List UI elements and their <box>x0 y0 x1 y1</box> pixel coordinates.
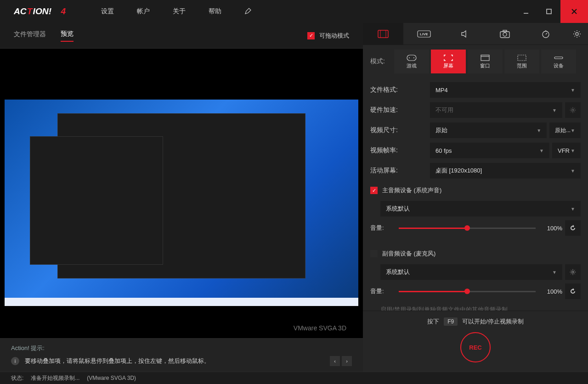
extra-audio-hint: 启用/禁用录制到单独音频文件中的其他音频录制 <box>370 303 581 311</box>
svg-rect-20 <box>407 55 416 61</box>
svg-rect-15 <box>503 30 507 32</box>
fps-mode-select[interactable]: VFR▼ <box>552 143 581 158</box>
active-screen-select[interactable]: 桌面 [1920x1080]▼ <box>430 163 581 178</box>
primary-volume-label: 音量: <box>370 224 393 232</box>
primary-audio-device-select[interactable]: 系统默认▼ <box>380 201 581 217</box>
svg-point-22 <box>413 57 414 58</box>
secondary-volume-slider[interactable] <box>399 291 536 292</box>
mode-device[interactable]: 设备 <box>541 50 576 73</box>
secondary-volume-value: 100% <box>541 288 562 295</box>
main-menu: 设置 帐户 关于 帮助 <box>101 7 252 16</box>
titlebar: ACTION!4 设置 帐户 关于 帮助 <box>0 0 588 23</box>
tip-text: 要移动叠加项，请将鼠标悬停到叠加项上，按住左键，然后移动鼠标。 <box>25 357 210 365</box>
fps-select[interactable]: 60 fps▼ <box>430 143 549 158</box>
hw-accel-settings-button[interactable] <box>565 102 581 118</box>
rec-hint-post: 可以开始/停止视频录制 <box>462 317 524 326</box>
mode-region[interactable]: 范围 <box>504 50 539 73</box>
tip-next-button[interactable]: › <box>342 356 352 366</box>
primary-volume-slider[interactable] <box>399 228 536 229</box>
mode-tab-live[interactable]: LIVE <box>403 23 444 45</box>
mode-tab-settings[interactable] <box>566 23 588 45</box>
close-button[interactable] <box>560 0 588 23</box>
mode-tab-video[interactable] <box>363 23 403 45</box>
rec-hint-pre: 按下 <box>427 317 439 326</box>
tab-preview[interactable]: 预览 <box>61 30 74 42</box>
top-mode-tabs: LIVE <box>363 23 588 45</box>
settings-panel: 文件格式: MP4▼ 硬件加速: 不可用▼ 视频尺寸: 原始▼ 原始...▼ 视… <box>363 81 588 311</box>
active-screen-label: 活动屏幕: <box>370 167 430 175</box>
svg-text:AC: AC <box>14 6 27 16</box>
svg-point-28 <box>572 271 574 273</box>
secondary-volume-label: 音量: <box>370 287 393 295</box>
secondary-audio-section: 副音频设备 (麦克风) 系统默认▼ 音量: 100% 启用/禁用录制到单独音频文… <box>370 247 581 311</box>
menu-pen-icon[interactable] <box>244 7 252 16</box>
svg-point-27 <box>572 109 574 111</box>
svg-rect-5 <box>547 9 551 14</box>
record-button[interactable]: REC <box>460 332 491 362</box>
svg-point-21 <box>409 57 410 58</box>
mode-tab-audio[interactable] <box>444 23 485 45</box>
primary-audio-label: 主音频设备 (系统声音) <box>382 186 441 195</box>
maximize-button[interactable] <box>537 0 560 23</box>
preview-device-label: VMware SVGA 3D <box>291 323 349 333</box>
rec-hotkey: F9 <box>444 317 458 326</box>
status-label: 状态: <box>11 374 23 382</box>
preview-area: VMware SVGA 3D <box>0 49 363 338</box>
drag-mode-label: 可拖动模式 <box>319 32 349 40</box>
menu-help[interactable]: 帮助 <box>209 7 221 16</box>
svg-point-19 <box>576 33 578 35</box>
svg-text:LIVE: LIVE <box>420 32 428 36</box>
mode-window[interactable]: 窗口 <box>468 50 503 73</box>
minimize-button[interactable] <box>514 0 537 23</box>
svg-rect-26 <box>554 57 563 59</box>
mode-tab-screenshot[interactable] <box>485 23 525 45</box>
window-buttons <box>514 0 588 23</box>
mode-screen[interactable]: 屏幕 <box>431 50 466 73</box>
menu-about[interactable]: 关于 <box>173 7 186 16</box>
svg-text:ION!: ION! <box>33 6 52 16</box>
fps-label: 视频帧率: <box>370 146 430 155</box>
status-bar: 状态: 准备开始视频录制... (VMware SVGA 3D) <box>0 372 588 384</box>
svg-point-14 <box>503 33 507 36</box>
primary-audio-section: ✓ 主音频设备 (系统声音) 系统默认▼ 音量: 100% <box>370 184 581 243</box>
secondary-audio-settings-button[interactable] <box>565 264 581 280</box>
menu-settings[interactable]: 设置 <box>101 7 114 16</box>
video-size-label: 视频尺寸: <box>370 126 430 134</box>
status-text: 准备开始视频录制... <box>31 374 79 382</box>
svg-line-18 <box>546 33 547 34</box>
menu-account[interactable]: 帐户 <box>137 7 150 16</box>
info-icon: i <box>11 357 19 365</box>
mode-tab-timer[interactable] <box>526 23 566 45</box>
file-format-label: 文件格式: <box>370 86 430 94</box>
preview-screenshot <box>5 100 358 306</box>
hw-accel-select[interactable]: 不可用▼ <box>430 102 562 118</box>
svg-rect-8 <box>378 30 388 38</box>
record-footer: 按下 F9 可以开始/停止视频录制 REC <box>363 311 588 372</box>
secondary-audio-device-select[interactable]: 系统默认▼ <box>380 264 562 280</box>
tip-prev-button[interactable]: ‹ <box>330 356 340 366</box>
svg-rect-25 <box>518 55 526 61</box>
left-tabs: 文件管理器 预览 ✓ 可拖动模式 <box>0 23 363 49</box>
hw-accel-label: 硬件加速: <box>370 106 430 114</box>
primary-volume-reset-button[interactable] <box>565 220 581 236</box>
secondary-audio-checkbox[interactable] <box>370 250 378 257</box>
app-logo: ACTION!4 <box>14 0 87 23</box>
status-gpu: (VMware SVGA 3D) <box>87 375 136 381</box>
svg-text:4: 4 <box>60 6 66 16</box>
primary-volume-value: 100% <box>541 225 562 232</box>
file-format-select[interactable]: MP4▼ <box>430 82 581 98</box>
drag-mode-checkbox[interactable]: ✓ <box>307 32 315 39</box>
secondary-volume-reset-button[interactable] <box>565 284 581 299</box>
secondary-audio-label: 副音频设备 (麦克风) <box>382 250 435 258</box>
video-size-secondary-select[interactable]: 原始...▼ <box>549 122 581 138</box>
tab-file-manager[interactable]: 文件管理器 <box>14 30 46 41</box>
tip-bar: Action! 提示: i 要移动叠加项，请将鼠标悬停到叠加项上，按住左键，然后… <box>0 338 363 372</box>
tip-title: Action! 提示: <box>11 344 352 352</box>
svg-text:T: T <box>27 6 34 16</box>
mode-game[interactable]: 游戏 <box>394 50 429 73</box>
svg-rect-23 <box>481 55 489 61</box>
primary-audio-checkbox[interactable]: ✓ <box>370 187 378 194</box>
record-modes: 模式: 游戏 屏幕 窗口 范围 设备 <box>363 45 588 81</box>
record-modes-label: 模式: <box>370 57 385 66</box>
video-size-select[interactable]: 原始▼ <box>430 122 547 138</box>
